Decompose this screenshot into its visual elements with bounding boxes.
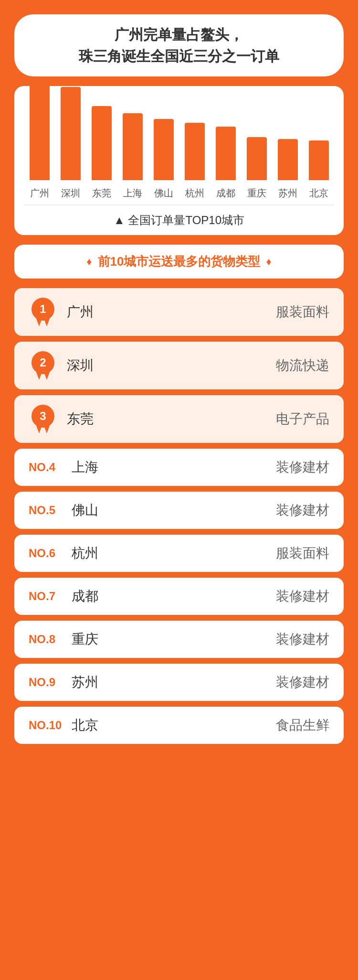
rank-text-9: NO.9 xyxy=(29,676,62,689)
medal-circle: 3 xyxy=(32,405,54,428)
list-item: NO.4上海装修建材 xyxy=(14,449,344,486)
bar-item: 上海 xyxy=(123,113,143,200)
bar-广州 xyxy=(30,85,50,180)
bar-item: 广州 xyxy=(30,85,50,200)
city-name: 东莞 xyxy=(67,410,94,428)
list-item-left: 1广州 xyxy=(29,298,94,326)
bar-item: 东莞 xyxy=(92,106,112,200)
list-item-left: NO.6杭州 xyxy=(29,544,98,562)
list-item: NO.8重庆装修建材 xyxy=(14,621,344,658)
city-name: 成都 xyxy=(72,587,98,605)
city-name: 广州 xyxy=(67,303,94,321)
bar-item: 苏州 xyxy=(278,139,298,200)
list-item-left: NO.9苏州 xyxy=(29,673,98,691)
list-item: 3东莞电子产品 xyxy=(14,395,344,443)
cargo-type: 装修建材 xyxy=(276,673,329,691)
rank-text-8: NO.8 xyxy=(29,633,62,646)
bar-label: 苏州 xyxy=(278,187,297,200)
cargo-type: 电子产品 xyxy=(276,410,329,428)
cargo-type: 服装面料 xyxy=(276,303,329,321)
page-container: 广州完单量占鳌头， 珠三角诞生全国近三分之一订单 广州深圳东莞上海佛山杭州成都重… xyxy=(0,0,358,763)
city-name: 杭州 xyxy=(72,544,98,562)
list-item: NO.9苏州装修建材 xyxy=(14,664,344,701)
city-name: 北京 xyxy=(72,716,98,734)
list-item-left: NO.4上海 xyxy=(29,458,98,476)
bar-深圳 xyxy=(61,87,81,180)
medal-rank-1: 1 xyxy=(29,298,57,326)
bar-item: 重庆 xyxy=(247,137,267,200)
list-item: 1广州服装面料 xyxy=(14,288,344,336)
bar-佛山 xyxy=(154,119,174,180)
bar-杭州 xyxy=(185,123,205,180)
cargo-type: 服装面料 xyxy=(276,544,329,562)
bar-成都 xyxy=(216,127,236,180)
bar-label: 深圳 xyxy=(61,187,80,200)
chart-title: 全国订单量TOP10城市 xyxy=(24,213,334,228)
section-subtitle: ♦ 前10城市运送最多的货物类型 ♦ xyxy=(14,245,344,279)
rank-text-10: NO.10 xyxy=(29,719,62,732)
cargo-type: 装修建材 xyxy=(276,630,329,648)
list-item-left: NO.7成都 xyxy=(29,587,98,605)
city-name: 苏州 xyxy=(72,673,98,691)
list-item-left: NO.5佛山 xyxy=(29,501,98,519)
list-item: NO.6杭州服装面料 xyxy=(14,535,344,572)
bar-item: 杭州 xyxy=(185,123,205,200)
bar-item: 成都 xyxy=(216,127,236,200)
medal-rank-2: 2 xyxy=(29,351,57,380)
bar-重庆 xyxy=(247,137,267,180)
list-item: NO.5佛山装修建材 xyxy=(14,492,344,529)
bar-label: 成都 xyxy=(216,187,235,200)
city-name: 重庆 xyxy=(72,630,98,648)
bar-item: 佛山 xyxy=(154,119,174,200)
bar-label: 重庆 xyxy=(247,187,266,200)
chart-section: 广州深圳东莞上海佛山杭州成都重庆苏州北京 全国订单量TOP10城市 xyxy=(14,86,344,235)
cargo-type: 食品生鲜 xyxy=(276,716,329,734)
bar-item: 北京 xyxy=(309,140,329,200)
bar-label: 佛山 xyxy=(154,187,173,200)
rank-text-4: NO.4 xyxy=(29,461,62,474)
list-item: NO.10北京食品生鲜 xyxy=(14,707,344,744)
list-item-left: NO.8重庆 xyxy=(29,630,98,648)
diamond-left-icon: ♦ xyxy=(86,256,92,268)
bar-上海 xyxy=(123,113,143,180)
page-title: 广州完单量占鳌头， 珠三角诞生全国近三分之一订单 xyxy=(33,24,325,67)
city-name: 上海 xyxy=(72,458,98,476)
diamond-right-icon: ♦ xyxy=(266,256,271,268)
rank-text-5: NO.5 xyxy=(29,504,62,517)
cargo-type: 装修建材 xyxy=(276,501,329,519)
city-name: 佛山 xyxy=(72,501,98,519)
bar-label: 北京 xyxy=(309,187,328,200)
title-card: 广州完单量占鳌头， 珠三角诞生全国近三分之一订单 xyxy=(14,14,344,76)
medal-rank-3: 3 xyxy=(29,405,57,433)
list-item-left: 2深圳 xyxy=(29,351,94,380)
medal-circle: 1 xyxy=(32,298,54,321)
rank-text-7: NO.7 xyxy=(29,590,62,603)
list-item: NO.7成都装修建材 xyxy=(14,578,344,615)
rank-text-6: NO.6 xyxy=(29,547,62,560)
list-item-left: 3东莞 xyxy=(29,405,94,433)
bar-北京 xyxy=(309,140,329,180)
bar-苏州 xyxy=(278,139,298,180)
medal-circle: 2 xyxy=(32,351,54,374)
bar-东莞 xyxy=(92,106,112,180)
bar-label: 上海 xyxy=(123,187,142,200)
cargo-type: 装修建材 xyxy=(276,587,329,605)
bar-item: 深圳 xyxy=(61,87,81,200)
bar-label: 东莞 xyxy=(92,187,111,200)
list-item-left: NO.10北京 xyxy=(29,716,98,734)
cargo-type: 装修建材 xyxy=(276,458,329,476)
list-item: 2深圳物流快递 xyxy=(14,342,344,389)
ranking-list: 1广州服装面料2深圳物流快递3东莞电子产品NO.4上海装修建材NO.5佛山装修建… xyxy=(14,288,344,744)
cargo-type: 物流快递 xyxy=(276,356,329,375)
city-name: 深圳 xyxy=(67,356,94,375)
bar-label: 杭州 xyxy=(185,187,204,200)
bar-chart: 广州深圳东莞上海佛山杭州成都重庆苏州北京 xyxy=(24,100,334,205)
bar-label: 广州 xyxy=(30,187,49,200)
